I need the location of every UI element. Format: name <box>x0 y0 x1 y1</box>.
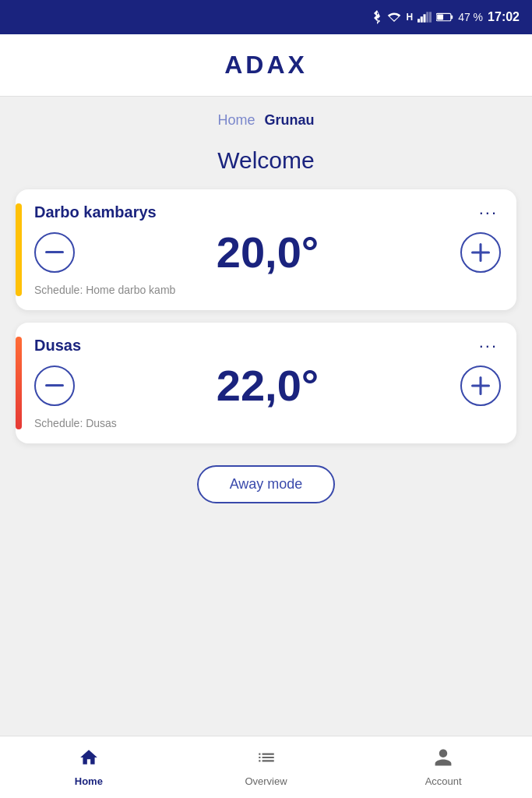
svg-rect-2 <box>424 14 426 23</box>
nav-item-account[interactable]: Account <box>354 747 532 787</box>
nav-item-home[interactable]: Home <box>0 747 178 787</box>
bottom-nav: Home Overview Account <box>0 736 532 798</box>
decrease-btn-2[interactable] <box>34 365 75 406</box>
list-icon <box>256 747 277 772</box>
main-content: Home Grunau Welcome Darbo kambarys ··· 2… <box>0 97 532 736</box>
schedule-label-2: Schedule: Dusas <box>34 417 501 429</box>
breadcrumb-current[interactable]: Grunau <box>265 112 315 129</box>
card-accent-yellow <box>16 203 22 296</box>
time-display: 17:02 <box>488 10 520 24</box>
away-mode-button[interactable]: Away mode <box>197 465 336 503</box>
bluetooth-icon <box>372 10 382 24</box>
home-icon <box>79 747 99 772</box>
device-name-1: Darbo kambarys <box>34 203 157 221</box>
battery-percent: 47 % <box>458 11 483 23</box>
svg-rect-8 <box>45 251 64 253</box>
increase-btn-2[interactable] <box>460 365 501 406</box>
svg-rect-10 <box>471 252 490 254</box>
svg-rect-7 <box>437 14 443 19</box>
breadcrumb-home[interactable]: Home <box>217 112 255 129</box>
card-header-1: Darbo kambarys ··· <box>34 203 501 221</box>
app-header: ADAX <box>0 34 532 97</box>
temperature-2: 22,0° <box>217 364 319 408</box>
card-body-2: Dusas ··· 22,0° Schedule: Dusas <box>34 337 501 429</box>
svg-rect-11 <box>45 384 64 387</box>
h-icon: H <box>406 12 413 23</box>
nav-label-overview: Overview <box>245 775 287 787</box>
signal-icon <box>417 12 432 23</box>
cards-container: Darbo kambarys ··· 20,0° Schedule: Home … <box>0 189 532 443</box>
schedule-label-1: Schedule: Home darbo kamb <box>34 284 501 296</box>
nav-label-account: Account <box>425 775 462 787</box>
svg-rect-13 <box>471 385 490 387</box>
adax-logo: ADAX <box>224 51 308 79</box>
person-icon <box>433 747 453 772</box>
svg-rect-3 <box>426 12 428 23</box>
device-card-dusas: Dusas ··· 22,0° Schedule: Dusas <box>16 323 516 443</box>
welcome-title: Welcome <box>0 136 532 189</box>
svg-rect-0 <box>417 19 420 23</box>
card-accent-orange-red <box>16 337 22 429</box>
battery-icon <box>436 12 453 22</box>
breadcrumb: Home Grunau <box>0 97 532 136</box>
away-mode-container: Away mode <box>0 443 532 519</box>
card-header-2: Dusas ··· <box>34 337 501 355</box>
card-body-1: Darbo kambarys ··· 20,0° Schedule: Home … <box>34 203 501 296</box>
device-card-darbo-kambarys: Darbo kambarys ··· 20,0° Schedule: Home … <box>16 189 516 310</box>
card-controls-2: 22,0° <box>34 361 501 411</box>
more-button-1[interactable]: ··· <box>476 204 501 221</box>
svg-rect-6 <box>451 16 453 19</box>
more-button-2[interactable]: ··· <box>476 337 501 355</box>
svg-rect-1 <box>421 16 423 23</box>
status-bar: H 47 % 17:02 <box>0 0 532 34</box>
temperature-1: 20,0° <box>217 231 319 274</box>
device-name-2: Dusas <box>34 337 81 355</box>
wifi-icon <box>387 12 401 23</box>
increase-btn-1[interactable] <box>460 232 501 273</box>
svg-rect-4 <box>429 12 432 23</box>
nav-item-overview[interactable]: Overview <box>178 747 355 787</box>
decrease-btn-1[interactable] <box>34 232 75 273</box>
nav-label-home: Home <box>75 775 103 787</box>
card-controls-1: 20,0° <box>34 228 501 277</box>
